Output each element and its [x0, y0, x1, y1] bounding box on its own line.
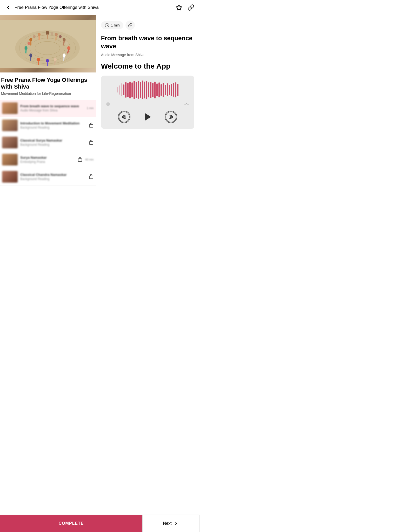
meta-row: 1 min	[101, 21, 194, 30]
skip-forward-icon: 15	[165, 111, 176, 122]
waveform-bar	[171, 84, 172, 96]
svg-rect-39	[89, 176, 93, 179]
lesson-info: Introduction to Movement MeditationBackg…	[20, 121, 86, 129]
lesson-author: Audio Message from Shiva	[101, 53, 194, 57]
lesson-name: Classical Chandra Namaskar	[20, 173, 86, 177]
back-button[interactable]	[5, 4, 11, 11]
progress-indicator[interactable]	[106, 102, 110, 106]
waveform-bar	[131, 82, 133, 97]
waveform-bar	[173, 83, 174, 97]
waveform-bar	[156, 83, 158, 96]
svg-line-18	[55, 61, 55, 64]
waveform-bar	[144, 82, 145, 98]
lesson-duration: 1 min	[87, 107, 94, 110]
waveform-bar	[127, 83, 129, 97]
waveform-bar	[152, 83, 154, 97]
clock-icon	[105, 23, 109, 28]
waveform-bar	[123, 84, 124, 95]
lesson-thumbnail	[2, 171, 18, 183]
svg-point-34	[33, 35, 36, 38]
waveform-bar	[138, 81, 139, 99]
lesson-info: From breath wave to sequence waveAudio M…	[20, 104, 84, 112]
waveform-bar	[142, 81, 143, 99]
bookmark-button[interactable]	[176, 4, 182, 11]
player-controls: 15 15	[106, 110, 189, 124]
header-icons	[176, 4, 194, 11]
header-title: Free Prana Flow Yoga Offerings with Shiv…	[15, 5, 99, 10]
waveform-bar	[140, 82, 141, 98]
waveform-bar	[163, 83, 164, 97]
lesson-item[interactable]: From breath wave to sequence waveAudio M…	[0, 100, 96, 117]
waveform-bar	[121, 83, 122, 96]
waveform-bar	[177, 84, 178, 96]
progress-row: --:--	[106, 102, 189, 106]
lesson-type: Background Reading	[20, 143, 86, 147]
waveform-bar	[165, 85, 166, 95]
lesson-list: From breath wave to sequence waveAudio M…	[0, 100, 96, 185]
hero-image	[0, 15, 96, 72]
lesson-name: Introduction to Movement Meditation	[20, 121, 86, 126]
svg-text:15: 15	[170, 115, 173, 118]
waveform-bar	[167, 83, 168, 96]
waveform-bar	[125, 82, 127, 98]
lesson-title: From breath wave to sequence wave	[101, 34, 194, 50]
svg-point-32	[59, 35, 62, 38]
play-button[interactable]	[141, 110, 154, 124]
waveform-bar	[146, 81, 147, 99]
lesson-name: Classical Surya Namaskar	[20, 138, 86, 143]
lock-icon	[89, 122, 94, 129]
lesson-duration: 40 min	[85, 158, 94, 161]
svg-rect-37	[89, 142, 93, 144]
header: Free Prana Flow Yoga Offerings with Shiv…	[0, 0, 200, 15]
svg-rect-36	[89, 124, 93, 127]
svg-line-10	[56, 36, 56, 40]
duration-badge: 1 min	[101, 21, 123, 29]
waveform-bar	[175, 82, 176, 97]
left-column: Free Prana Flow Yoga Offerings with Shiv…	[0, 15, 96, 185]
waveform-bar	[169, 85, 170, 95]
course-subtitle: Movement Meditation for Life-Regeneratio…	[0, 91, 96, 100]
lock-icon	[89, 173, 94, 180]
svg-line-16	[63, 57, 64, 60]
waveform-bar	[117, 87, 118, 92]
course-title: Free Prana Flow Yoga Offerings with Shiv…	[0, 72, 96, 91]
lesson-type: Audio Message from Shiva	[20, 109, 84, 112]
lesson-type: Background Reading	[20, 177, 86, 181]
svg-point-35	[28, 42, 30, 45]
waveform-bar	[158, 82, 160, 97]
skip-back-button[interactable]: 15	[118, 111, 130, 123]
lesson-item[interactable]: Introduction to Movement MeditationBackg…	[0, 117, 96, 134]
lesson-info: Classical Chandra NamaskarBackground Rea…	[20, 173, 86, 181]
waveform-bar	[119, 85, 120, 95]
lesson-info: Surya NamaskarEmbodying Prana	[20, 156, 75, 164]
waveform-bar	[129, 82, 131, 98]
lesson-item[interactable]: Classical Surya NamaskarBackground Readi…	[0, 134, 96, 151]
duration-text: 1 min	[111, 23, 120, 27]
header-left: Free Prana Flow Yoga Offerings with Shiv…	[5, 4, 99, 11]
lesson-name: Surya Namaskar	[20, 156, 75, 160]
waveform	[106, 81, 189, 99]
svg-line-26	[26, 50, 26, 53]
lesson-type: Embodying Prana	[20, 160, 75, 164]
waveform-bar	[154, 82, 156, 98]
waveform-bar	[161, 84, 162, 96]
lesson-type: Background Reading	[20, 126, 86, 129]
lesson-item[interactable]: Surya NamaskarEmbodying Prana 40 min	[0, 151, 96, 168]
skip-forward-button[interactable]: 15	[165, 111, 177, 123]
lesson-thumbnail	[2, 154, 18, 165]
audio-player: --:-- 15	[101, 76, 194, 129]
svg-text:15: 15	[123, 115, 126, 118]
svg-point-31	[51, 32, 54, 36]
lesson-name: From breath wave to sequence wave	[20, 104, 84, 109]
lock-icon	[77, 156, 83, 163]
link-icon	[128, 23, 132, 28]
lesson-info: Classical Surya NamaskarBackground Readi…	[20, 138, 86, 147]
waveform-bar	[150, 82, 151, 98]
total-time: --:--	[184, 102, 189, 106]
lesson-thumbnail	[2, 137, 18, 148]
lesson-item[interactable]: Classical Chandra NamaskarBackground Rea…	[0, 168, 96, 185]
welcome-heading: Welcome to the App	[101, 62, 194, 70]
lesson-thumbnail	[2, 102, 18, 114]
lesson-link-button[interactable]	[125, 21, 135, 30]
share-link-button[interactable]	[188, 4, 194, 11]
